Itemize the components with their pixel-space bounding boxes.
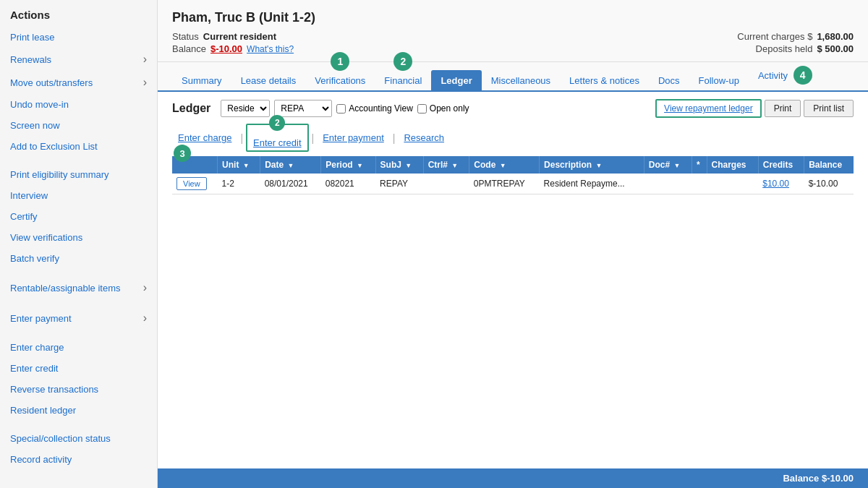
ledger-content: Ledger Reside REPA Accounting View Open … bbox=[158, 92, 868, 468]
table-cell-credits[interactable]: $10.00 bbox=[758, 174, 804, 194]
col-view-badge: 3 bbox=[174, 145, 191, 162]
sidebar-item-batch-verify[interactable]: Batch verify bbox=[0, 248, 157, 269]
open-only-checkbox[interactable] bbox=[417, 104, 427, 114]
col-header-subj[interactable]: SubJ ▼ bbox=[375, 156, 423, 174]
view-repayment-ledger-button[interactable]: View repayment ledger bbox=[655, 99, 762, 118]
table-cell-description: Resident Repayme... bbox=[540, 174, 644, 194]
sidebar-item-print-lease[interactable]: Print lease bbox=[0, 27, 157, 48]
sidebar: Actions Print lease Renewals Move outs/t… bbox=[0, 0, 158, 488]
col-header-ctrl[interactable]: Ctrl# ▼ bbox=[423, 156, 469, 174]
col-header-date[interactable]: Date ▼ bbox=[260, 156, 321, 174]
financial-badge: 2 bbox=[393, 52, 412, 71]
whats-this-link[interactable]: What's this? bbox=[247, 44, 294, 54]
enter-credit-wrap: 2 Enter credit bbox=[246, 124, 308, 152]
sidebar-title: Actions bbox=[0, 0, 157, 27]
sidebar-item-add-exclusion[interactable]: Add to Exclusion List bbox=[0, 136, 157, 157]
table-cell-unit: 1-2 bbox=[218, 174, 260, 194]
table-cell-charges bbox=[707, 174, 758, 194]
verifications-badge: 1 bbox=[331, 52, 349, 71]
tab-miscellaneous[interactable]: Miscellaneous bbox=[482, 70, 560, 90]
enter-charge-link[interactable]: Enter charge bbox=[172, 130, 237, 145]
tab-financial[interactable]: 2 Financial bbox=[375, 63, 431, 90]
table-cell-date: 08/01/2021 bbox=[260, 174, 321, 194]
bottom-bar: Balance $-10.00 bbox=[158, 468, 868, 488]
tab-activity[interactable]: Activity 4 bbox=[749, 62, 822, 90]
col-header-credits[interactable]: Credits bbox=[758, 156, 804, 174]
sidebar-item-renewals[interactable]: Renewals bbox=[0, 48, 157, 71]
enter-payment-wrap: Enter payment bbox=[317, 130, 390, 145]
view-row-button[interactable]: View bbox=[176, 177, 207, 190]
enter-charge-wrap: Enter charge bbox=[172, 130, 237, 145]
col-header-balance[interactable]: Balance bbox=[804, 156, 854, 174]
ledger-code-dropdown[interactable]: REPA bbox=[274, 100, 332, 117]
research-wrap: Research bbox=[398, 130, 450, 145]
sidebar-item-enter-charge[interactable]: Enter charge bbox=[0, 337, 157, 358]
col-header-star[interactable]: * bbox=[692, 156, 707, 174]
ledger-table: 3 Unit ▼ Date ▼ Period ▼ SubJ ▼ Ctrl# ▼ … bbox=[172, 156, 854, 194]
table-row: View 1-2 08/01/2021 082021 REPAY 0PMTREP… bbox=[172, 174, 854, 194]
accounting-view-checkbox[interactable] bbox=[336, 104, 346, 114]
research-link[interactable]: Research bbox=[398, 130, 450, 145]
sidebar-item-enter-credit[interactable]: Enter credit bbox=[0, 358, 157, 379]
deposits-label: Deposits held bbox=[756, 43, 813, 54]
tabs-bar: Summary Lease details 1 Verifications 2 … bbox=[158, 62, 868, 92]
status-value: Current resident bbox=[203, 31, 276, 42]
main-content: Pham, Truc B (Unit 1-2) Status Current r… bbox=[158, 0, 868, 488]
ledger-type-select[interactable]: Reside bbox=[221, 100, 270, 117]
col-header-charges[interactable]: Charges bbox=[707, 156, 758, 174]
charges-value: 1,680.00 bbox=[817, 31, 854, 42]
tab-ledger[interactable]: Ledger bbox=[431, 70, 481, 90]
status-label: Status bbox=[172, 31, 199, 42]
col-header-code[interactable]: Code ▼ bbox=[469, 156, 540, 174]
sidebar-item-interview[interactable]: Interview bbox=[0, 185, 157, 206]
sidebar-item-certify[interactable]: Certify bbox=[0, 206, 157, 227]
sidebar-item-view-verifications[interactable]: View verifications bbox=[0, 227, 157, 248]
bottom-balance-value: $-10.00 bbox=[822, 473, 854, 484]
table-cell-period: 082021 bbox=[321, 174, 375, 194]
accounting-view-label: Accounting View bbox=[349, 103, 413, 114]
page-title: Pham, Truc B (Unit 1-2) bbox=[172, 10, 854, 25]
table-cell-balance: $-10.00 bbox=[804, 174, 854, 194]
main-header: Pham, Truc B (Unit 1-2) Status Current r… bbox=[158, 0, 868, 62]
action-links-row: Enter charge | 2 Enter credit | Enter pa… bbox=[172, 124, 854, 152]
tab-docs[interactable]: Docs bbox=[649, 70, 689, 90]
tab-follow-up[interactable]: Follow-up bbox=[689, 70, 749, 90]
tab-letters-notices[interactable]: Letters & notices bbox=[560, 70, 649, 90]
sidebar-item-screen-now[interactable]: Screen now bbox=[0, 115, 157, 136]
table-cell-star bbox=[692, 174, 707, 194]
col-header-period[interactable]: Period ▼ bbox=[321, 156, 375, 174]
sidebar-item-special-collection[interactable]: Special/collection status bbox=[0, 428, 157, 449]
tab-summary[interactable]: Summary bbox=[172, 70, 231, 90]
table-cell-code: 0PMTREPAY bbox=[469, 174, 540, 194]
deposits-value: $ 500.00 bbox=[817, 43, 854, 54]
sidebar-item-enter-payment[interactable]: Enter payment bbox=[0, 307, 157, 330]
sidebar-item-undo-move-in[interactable]: Undo move-in bbox=[0, 94, 157, 115]
col-header-doc[interactable]: Doc# ▼ bbox=[644, 156, 692, 174]
tab-lease-details[interactable]: Lease details bbox=[231, 70, 306, 90]
sidebar-item-rentable[interactable]: Rentable/assignable items bbox=[0, 276, 157, 299]
col-header-description[interactable]: Description ▼ bbox=[540, 156, 644, 174]
col-header-view: 3 bbox=[172, 156, 218, 174]
enter-payment-link[interactable]: Enter payment bbox=[317, 130, 390, 145]
table-cell-subj: REPAY bbox=[375, 174, 423, 194]
print-list-button[interactable]: Print list bbox=[804, 100, 854, 117]
sidebar-item-reverse-transactions[interactable]: Reverse transactions bbox=[0, 379, 157, 400]
sidebar-item-resident-ledger[interactable]: Resident ledger bbox=[0, 400, 157, 421]
balance-label: Balance bbox=[172, 43, 206, 54]
print-button[interactable]: Print bbox=[765, 100, 801, 117]
enter-credit-badge: 2 bbox=[269, 115, 285, 131]
sidebar-item-print-eligibility[interactable]: Print eligibility summary bbox=[0, 164, 157, 185]
bottom-balance-label: Balance bbox=[783, 473, 819, 484]
ledger-title: Ledger bbox=[172, 102, 210, 115]
credits-value[interactable]: $10.00 bbox=[762, 179, 789, 189]
balance-value[interactable]: $-10.00 bbox=[210, 43, 242, 54]
charges-label: Current charges $ bbox=[737, 31, 812, 42]
table-cell-doc bbox=[644, 174, 692, 194]
sidebar-item-move-outs[interactable]: Move outs/transfers bbox=[0, 71, 157, 94]
sidebar-item-record-activity[interactable]: Record activity bbox=[0, 449, 157, 470]
enter-credit-link[interactable]: Enter credit bbox=[247, 135, 307, 150]
tab-verifications[interactable]: 1 Verifications bbox=[305, 63, 375, 90]
col-header-unit[interactable]: Unit ▼ bbox=[218, 156, 260, 174]
open-only-label: Open only bbox=[430, 103, 469, 114]
table-cell-ctrl bbox=[423, 174, 469, 194]
